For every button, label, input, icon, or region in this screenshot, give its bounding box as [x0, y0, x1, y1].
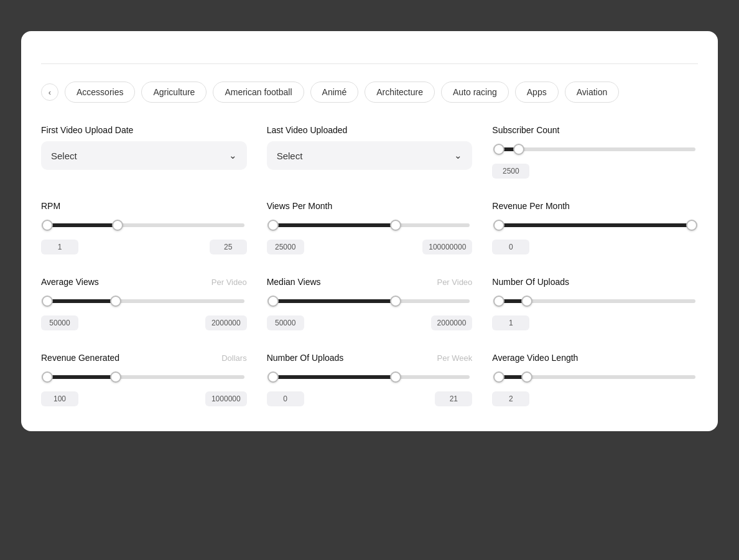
slider-number-of-uploads: 1 [492, 293, 698, 330]
slider-thumb-left-views-per-month[interactable] [267, 220, 279, 231]
slider-min-value-median-views: 50000 [267, 315, 304, 330]
filters-panel: ‹ AccessoriesAgricultureAmerican footbal… [21, 31, 718, 431]
category-tag-animé[interactable]: Animé [310, 82, 359, 103]
slider-thumb-right-subscriber-count[interactable] [513, 144, 524, 155]
filter-label-views-per-month: Views Per Month [267, 201, 333, 211]
filter-label-row-revenue-per-month: Revenue Per Month [492, 201, 698, 211]
filter-label-rpm: RPM [41, 201, 60, 211]
slider-active-track-average-views [47, 299, 116, 303]
slider-track-wrap-number-of-uploads[interactable] [495, 299, 695, 303]
filter-label-revenue-per-month: Revenue Per Month [492, 201, 570, 211]
slider-thumb-right-number-of-uploads[interactable] [521, 296, 532, 307]
slider-max-value-subscriber-count: 2500 [492, 164, 529, 179]
slider-thumb-right-revenue-per-month[interactable] [686, 220, 697, 231]
slider-max-value-number-of-uploads-week: 21 [435, 391, 472, 406]
filter-group-average-views: Average ViewsPer Video500002000000 [41, 277, 247, 330]
slider-thumb-left-number-of-uploads[interactable] [493, 296, 504, 307]
filter-label-average-views: Average Views [41, 277, 99, 287]
category-tag-american-football[interactable]: American football [213, 82, 304, 103]
slider-min-value-views-per-month: 25000 [267, 240, 304, 254]
slider-min-value-average-video-length: 2 [492, 391, 529, 406]
slider-average-views: 500002000000 [41, 293, 247, 330]
slider-bg-track-subscriber-count [495, 147, 695, 151]
slider-track-wrap-revenue-per-month[interactable] [495, 223, 695, 227]
filter-label-row-rpm: RPM [41, 201, 247, 211]
category-tag-agriculture[interactable]: Agriculture [141, 82, 207, 103]
slider-number-of-uploads-week: 021 [267, 369, 473, 406]
slider-max-value-views-per-month: 100000000 [422, 240, 472, 254]
slider-thumb-right-number-of-uploads-week[interactable] [390, 371, 401, 383]
slider-min-value-average-views: 50000 [41, 315, 78, 330]
filter-label-row-number-of-uploads-week: Number Of UploadsPer Week [267, 353, 473, 363]
slider-track-wrap-median-views[interactable] [269, 299, 470, 303]
slider-active-track-number-of-uploads-week [273, 375, 396, 379]
filter-group-views-per-month: Views Per Month25000100000000 [267, 201, 473, 254]
slider-active-track-median-views [273, 299, 396, 303]
select-box-last-video-uploaded[interactable]: Select⌄ [267, 141, 473, 170]
slider-active-track-revenue-generated [47, 375, 116, 379]
slider-thumb-right-revenue-generated[interactable] [110, 371, 121, 383]
slider-values-revenue-generated: 1001000000 [41, 391, 247, 406]
slider-track-wrap-views-per-month[interactable] [269, 223, 470, 227]
category-tag-architecture[interactable]: Architecture [365, 82, 435, 103]
chevron-down-icon: ⌄ [454, 150, 462, 161]
slider-median-views: 500002000000 [267, 293, 473, 330]
slider-track-wrap-number-of-uploads-week[interactable] [269, 375, 470, 379]
category-tag-accessories[interactable]: Accessories [65, 82, 135, 103]
slider-thumb-right-median-views[interactable] [390, 296, 401, 307]
slider-track-wrap-average-views[interactable] [44, 299, 244, 303]
category-tag-row: ‹ AccessoriesAgricultureAmerican footbal… [41, 82, 698, 103]
filter-label-number-of-uploads: Number Of Uploads [492, 277, 569, 287]
slider-thumb-right-average-views[interactable] [110, 296, 121, 307]
category-tag-aviation[interactable]: Aviation [565, 82, 620, 103]
slider-thumb-left-median-views[interactable] [267, 296, 279, 307]
slider-thumb-left-rpm[interactable] [42, 220, 53, 231]
slider-thumb-left-revenue-generated[interactable] [42, 371, 53, 383]
slider-thumb-right-rpm[interactable] [112, 220, 123, 231]
category-tag-apps[interactable]: Apps [515, 82, 559, 103]
slider-active-track-revenue-per-month [499, 223, 692, 227]
slider-thumb-left-average-views[interactable] [42, 296, 53, 307]
slider-values-views-per-month: 25000100000000 [267, 240, 473, 254]
slider-max-value-median-views: 2000000 [431, 315, 473, 330]
filter-group-first-video-upload-date: First Video Upload DateSelect⌄ [41, 125, 247, 179]
slider-track-wrap-subscriber-count[interactable] [495, 147, 695, 151]
slider-values-number-of-uploads-week: 021 [267, 391, 473, 406]
slider-values-number-of-uploads: 1 [492, 315, 698, 330]
slider-min-value-revenue-generated: 100 [41, 391, 78, 406]
filter-sublabel-number-of-uploads-week: Per Week [437, 353, 472, 363]
filter-label-average-video-length: Average Video Length [492, 353, 578, 363]
filter-label-row-average-views: Average ViewsPer Video [41, 277, 247, 287]
filter-group-number-of-uploads-week: Number Of UploadsPer Week021 [267, 353, 473, 406]
channel-category-section: ‹ AccessoriesAgricultureAmerican footbal… [41, 82, 698, 103]
slider-subscriber-count: 2500 [492, 141, 698, 179]
filter-group-last-video-uploaded: Last Video UploadedSelect⌄ [267, 125, 473, 179]
slider-max-value-revenue-generated: 1000000 [205, 391, 247, 406]
slider-thumb-left-number-of-uploads-week[interactable] [267, 371, 279, 383]
category-prev-button[interactable]: ‹ [41, 83, 58, 101]
filter-label-revenue-generated: Revenue Generated [41, 353, 119, 363]
slider-min-value-rpm: 1 [41, 240, 78, 254]
slider-thumb-left-average-video-length[interactable] [493, 371, 504, 383]
filter-label-number-of-uploads-week: Number Of Uploads [267, 353, 344, 363]
filter-label-subscriber-count: Subscriber Count [492, 125, 559, 135]
slider-min-value-number-of-uploads-week: 0 [267, 391, 304, 406]
slider-thumb-left-revenue-per-month[interactable] [493, 220, 504, 231]
category-tag-auto-racing[interactable]: Auto racing [441, 82, 509, 103]
slider-rpm: 125 [41, 217, 247, 254]
slider-thumb-right-views-per-month[interactable] [390, 220, 401, 231]
select-box-first-video-upload-date[interactable]: Select⌄ [41, 141, 247, 170]
slider-thumb-left-subscriber-count[interactable] [493, 144, 504, 155]
filter-label-row-revenue-generated: Revenue GeneratedDollars [41, 353, 247, 363]
slider-track-wrap-revenue-generated[interactable] [44, 375, 244, 379]
chevron-down-icon: ⌄ [229, 150, 237, 161]
slider-views-per-month: 25000100000000 [267, 217, 473, 254]
filter-group-revenue-generated: Revenue GeneratedDollars1001000000 [41, 353, 247, 406]
slider-thumb-right-average-video-length[interactable] [521, 371, 532, 383]
filter-group-revenue-per-month: Revenue Per Month0 [492, 201, 698, 254]
slider-track-wrap-rpm[interactable] [44, 223, 244, 227]
filter-label-median-views: Median Views [267, 277, 321, 287]
slider-values-average-views: 500002000000 [41, 315, 247, 330]
select-placeholder: Select [277, 151, 303, 161]
slider-track-wrap-average-video-length[interactable] [495, 375, 695, 379]
